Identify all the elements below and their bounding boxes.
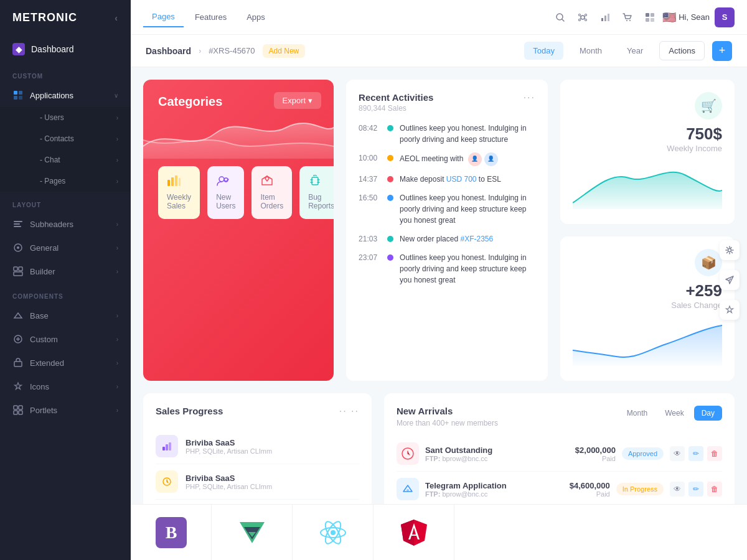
svg-rect-33 — [167, 180, 170, 186]
sidebar-item-builder[interactable]: Builder › — [0, 259, 131, 283]
add-new-button[interactable]: Add New — [263, 44, 306, 58]
date-month-button[interactable]: Month — [571, 42, 611, 60]
item-orders-label: Item Orders — [260, 193, 283, 210]
sidebar-item-extended[interactable]: Extended › — [0, 351, 131, 375]
svg-point-28 — [629, 20, 631, 21]
sales-item-2: Briviba SaaS PHP, SQLite, Artisan CLImm — [156, 464, 359, 500]
sidebar-item-users[interactable]: - Users › — [0, 107, 131, 128]
arrival-edit-2[interactable]: ✏ — [688, 482, 703, 497]
act-dot-6 — [387, 254, 393, 261]
arrival-actions-1: 👁 ✏ 🗑 — [670, 446, 722, 461]
sidebar-item-custom[interactable]: Custom › — [0, 327, 131, 351]
network-icon[interactable] — [573, 7, 593, 27]
activity-item: 10:00 AEOL meeting with 👤 👤 — [359, 152, 535, 166]
framework-vue[interactable] — [212, 505, 293, 561]
tab-apps[interactable]: Apps — [238, 7, 274, 27]
activity-item: 23:07 Outlines keep you honest. Indulgin… — [359, 252, 535, 286]
sales-progress-dots[interactable]: ·· ·· — [339, 406, 359, 417]
activity-item: 08:42 Outlines keep you honest. Indulgin… — [359, 123, 535, 145]
tab-features[interactable]: Features — [186, 7, 235, 27]
add-icon-button[interactable]: + — [712, 41, 732, 61]
right-icon-send[interactable] — [720, 270, 740, 290]
arrival-info-2: Telegram Application FTP: bprow@bnc.cc — [425, 481, 563, 498]
activities-menu-dots[interactable]: ··· — [524, 92, 535, 103]
sidebar-item-general[interactable]: General › — [0, 236, 131, 259]
mini-card-new-users[interactable]: New Users — [207, 166, 244, 219]
chat-arrow: › — [116, 157, 118, 164]
framework-react[interactable] — [293, 505, 374, 561]
arrivals-subtitle: More than 400+ new members — [397, 419, 498, 427]
sidebar-item-chat[interactable]: - Chat › — [0, 149, 131, 170]
right-floating-icons — [720, 240, 740, 320]
svg-rect-15 — [19, 406, 22, 409]
svg-rect-13 — [14, 362, 22, 366]
content-area: Categories Export ▾ — [131, 67, 747, 504]
icons-label: Icons — [30, 382, 110, 391]
sidebar-item-base[interactable]: Base › — [0, 304, 131, 327]
arrival-row-1: Sant Outstanding FTP: bprow@bnc.cc $2,00… — [397, 436, 722, 472]
actions-button[interactable]: Actions — [659, 41, 705, 60]
arrival-view-2[interactable]: 👁 — [670, 482, 685, 497]
svg-rect-34 — [171, 177, 174, 186]
svg-rect-25 — [604, 16, 606, 21]
period-month-btn[interactable]: Month — [619, 406, 655, 421]
subheaders-label: Subheaders — [30, 220, 110, 229]
svg-rect-29 — [646, 13, 649, 17]
arrival-icon-1 — [397, 442, 419, 465]
framework-bootstrap[interactable]: B — [131, 505, 212, 561]
sidebar-item-portlets[interactable]: Portlets › — [0, 398, 131, 422]
sidebar-item-contacts[interactable]: - Contacts › — [0, 128, 131, 149]
tab-pages[interactable]: Pages — [143, 7, 184, 27]
sidebar-item-dashboard[interactable]: ◆ Dashboard — [0, 35, 131, 63]
contacts-label: - Contacts — [40, 134, 110, 143]
cart-icon[interactable] — [618, 7, 637, 27]
period-week-btn[interactable]: Week — [657, 406, 691, 421]
sidebar-item-applications[interactable]: Applications ∨ — [0, 83, 131, 107]
arrival-delete-1[interactable]: 🗑 — [707, 446, 722, 461]
svg-rect-35 — [175, 175, 177, 186]
act-dot-2 — [387, 155, 393, 161]
date-today-button[interactable]: Today — [524, 42, 563, 60]
date-year-button[interactable]: Year — [618, 42, 652, 60]
new-users-icon — [216, 175, 235, 189]
svg-rect-26 — [608, 14, 609, 21]
sidebar-collapse-icon[interactable]: ‹ — [115, 13, 118, 23]
sidebar-item-icons[interactable]: Icons › — [0, 375, 131, 398]
dashboard-label: Dashboard — [31, 44, 74, 54]
arrival-icon-2 — [397, 478, 419, 500]
search-icon[interactable] — [550, 7, 570, 27]
user-avatar[interactable]: S — [715, 7, 735, 27]
sidebar-item-pages[interactable]: - Pages › — [0, 170, 131, 192]
svg-rect-1 — [19, 91, 22, 95]
right-icon-settings[interactable] — [720, 240, 740, 260]
export-button[interactable]: Export ▾ — [274, 92, 322, 109]
arrival-view-1[interactable]: 👁 — [670, 446, 685, 461]
custom-arrow: › — [116, 336, 118, 343]
activities-card-header: Recent Activities 890,344 Sales ··· — [359, 92, 535, 113]
weekly-income-amount: 750$ — [573, 124, 722, 144]
mini-card-weekly-sales[interactable]: Weekly Sales — [158, 166, 200, 219]
extended-label: Extended — [30, 358, 110, 368]
sidebar-item-subheaders[interactable]: Subheaders › — [0, 212, 131, 236]
arrivals-header: New Arrivals More than 400+ new members … — [397, 406, 722, 436]
svg-point-23 — [585, 19, 587, 21]
act-text-2: AEOL meeting with 👤 👤 — [400, 152, 535, 166]
icons-icon — [12, 381, 24, 392]
arrival-delete-2[interactable]: 🗑 — [707, 482, 722, 497]
sales-icon-1 — [156, 435, 178, 457]
avatar-2: 👤 — [484, 152, 498, 166]
base-arrow: › — [116, 312, 118, 319]
arrival-edit-1[interactable]: ✏ — [688, 446, 703, 461]
mini-card-item-orders[interactable]: Item Orders — [251, 166, 292, 219]
top-navbar: Pages Features Apps 🇺🇸 Hi, Sean S — [131, 0, 747, 35]
period-day-btn[interactable]: Day — [694, 406, 722, 421]
chart-icon[interactable] — [595, 7, 615, 27]
grid-icon[interactable] — [640, 7, 660, 27]
user-menu[interactable]: Hi, Sean S — [679, 7, 735, 27]
right-icon-star[interactable] — [720, 300, 740, 320]
sales-icon-2 — [156, 470, 178, 493]
framework-angular[interactable] — [374, 505, 454, 561]
mini-card-bug-reports[interactable]: Bug Reports — [299, 166, 334, 219]
svg-rect-4 — [14, 221, 22, 222]
language-flag[interactable]: 🇺🇸 — [662, 11, 676, 24]
